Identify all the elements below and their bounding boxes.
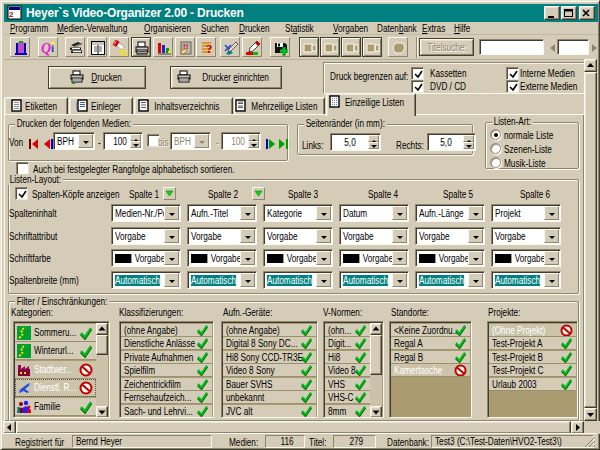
svg-text:Q: Q [41,41,51,56]
svg-text:?: ? [206,41,213,56]
svg-text:2: 2 [9,10,14,19]
